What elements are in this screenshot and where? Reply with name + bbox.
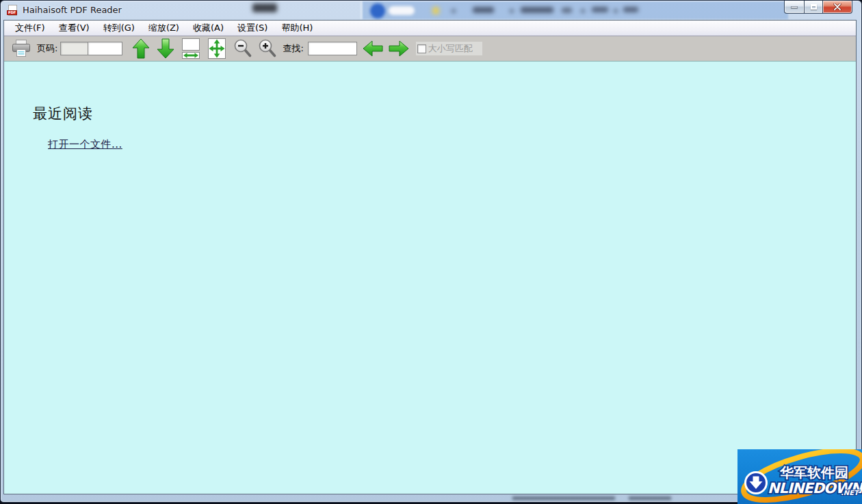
fit-page-icon bbox=[207, 38, 226, 59]
menu-goto[interactable]: 转到(G) bbox=[96, 20, 142, 36]
menu-zoom[interactable]: 缩放(Z) bbox=[142, 20, 186, 36]
menu-help[interactable]: 帮助(H) bbox=[274, 20, 319, 36]
zoom-in-button[interactable] bbox=[258, 38, 277, 59]
glass-blur-chevron bbox=[510, 9, 514, 13]
page-total-box bbox=[88, 42, 122, 55]
glass-blur-pill bbox=[389, 6, 415, 15]
find-next-button[interactable] bbox=[389, 40, 409, 57]
find-input[interactable] bbox=[308, 42, 357, 55]
zoom-out-icon bbox=[233, 38, 252, 59]
app-window: PDF Haihaisoft PDF Reader 文件(F) 查看(V) 转到… bbox=[0, 0, 862, 503]
print-icon bbox=[11, 39, 31, 58]
prev-page-arrow-icon bbox=[132, 38, 150, 59]
find-previous-button[interactable] bbox=[363, 40, 383, 57]
glass-blur-crumb bbox=[562, 8, 572, 13]
menu-bar: 文件(F) 查看(V) 转到(G) 缩放(Z) 收藏(A) 设置(S) 帮助(H… bbox=[4, 21, 856, 36]
page-number-input[interactable] bbox=[60, 42, 88, 55]
pdf-app-icon: PDF bbox=[7, 5, 18, 16]
border-reflection bbox=[512, 496, 615, 500]
onlinedown-logo: 华军软件园 NLINEDOWN .NET bbox=[737, 449, 862, 504]
toolbar: 页码: bbox=[4, 36, 856, 62]
zoom-in-icon bbox=[258, 38, 277, 59]
open-file-link[interactable]: 打开一个文件... bbox=[48, 138, 122, 151]
case-match-label: 大小写匹配 bbox=[428, 42, 473, 55]
glass-blur-crumb bbox=[473, 7, 494, 13]
onlinedown-watermark: 华军软件园 NLINEDOWN .NET bbox=[737, 449, 862, 504]
title-bar[interactable]: PDF Haihaisoft PDF Reader bbox=[1, 1, 861, 20]
recent-reading-heading: 最近阅读 bbox=[33, 104, 93, 123]
glass-blur-divider bbox=[361, 1, 362, 19]
glass-blur-circle bbox=[370, 3, 385, 18]
glass-blur-chevron bbox=[614, 9, 618, 13]
document-area: 最近阅读 打开一个文件... bbox=[4, 62, 856, 494]
glass-blur-crumb bbox=[521, 7, 553, 13]
menu-settings[interactable]: 设置(S) bbox=[231, 20, 274, 36]
close-button[interactable] bbox=[823, 1, 852, 14]
find-label: 查找: bbox=[283, 42, 303, 55]
window-title: Haihaisoft PDF Reader bbox=[23, 1, 122, 19]
case-match-group: 大小写匹配 bbox=[416, 42, 482, 55]
page-number-label: 页码: bbox=[37, 42, 57, 55]
watermark-site-name: 华军软件园 bbox=[779, 464, 848, 481]
find-previous-arrow-icon bbox=[363, 40, 383, 57]
next-page-arrow-icon bbox=[157, 38, 174, 59]
window-controls bbox=[784, 1, 852, 14]
fit-page-button[interactable] bbox=[207, 38, 226, 59]
glass-blur-crumb bbox=[592, 7, 608, 12]
case-match-checkbox[interactable] bbox=[417, 44, 426, 53]
glass-blur-chevron bbox=[452, 9, 456, 13]
watermark-suffix: .NET bbox=[841, 489, 860, 496]
svg-text:PDF: PDF bbox=[8, 10, 16, 14]
menu-favorites[interactable]: 收藏(A) bbox=[186, 20, 231, 36]
zoom-out-button[interactable] bbox=[233, 38, 252, 59]
minimize-button[interactable] bbox=[784, 1, 804, 14]
maximize-button[interactable] bbox=[804, 1, 823, 14]
border-reflection bbox=[629, 496, 671, 500]
glass-blur-folder bbox=[432, 7, 439, 14]
menu-file[interactable]: 文件(F) bbox=[8, 20, 52, 36]
menu-view[interactable]: 查看(V) bbox=[52, 20, 96, 36]
next-page-button[interactable] bbox=[157, 38, 174, 59]
glass-blur-crumb bbox=[623, 7, 638, 12]
previous-page-button[interactable] bbox=[132, 38, 150, 59]
client-area: 文件(F) 查看(V) 转到(G) 缩放(Z) 收藏(A) 设置(S) 帮助(H… bbox=[3, 20, 857, 494]
find-next-arrow-icon bbox=[389, 40, 409, 57]
glass-blur-blob bbox=[252, 3, 277, 12]
close-icon bbox=[833, 3, 841, 10]
glass-blur-chevron bbox=[581, 9, 585, 13]
fit-width-icon bbox=[181, 38, 200, 59]
fit-width-button[interactable] bbox=[181, 38, 200, 59]
maximize-icon bbox=[811, 4, 817, 10]
glass-blur-panel bbox=[363, 1, 788, 19]
print-button[interactable] bbox=[11, 39, 31, 58]
minimize-icon bbox=[791, 6, 798, 8]
